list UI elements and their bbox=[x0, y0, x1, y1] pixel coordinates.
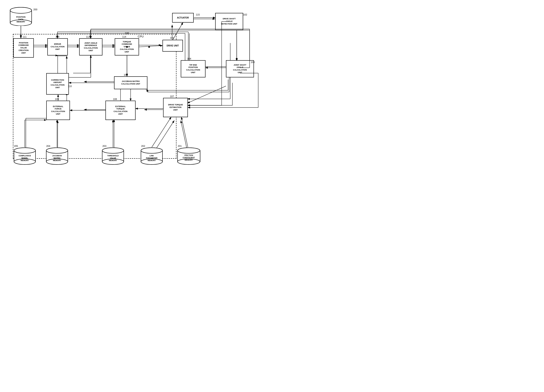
svg-text:THRESHOLD: THRESHOLD bbox=[107, 155, 119, 157]
threshold-memory: THRESHOLD VALUE MEMORY bbox=[101, 147, 125, 166]
cpu-label: CPU bbox=[138, 35, 143, 38]
correction-amount-unit: CORRECTION AMOUNT CALCULATION UNIT bbox=[46, 73, 69, 95]
svg-text:PARAMETER: PARAMETER bbox=[146, 157, 157, 159]
ref-101: 101 bbox=[170, 37, 174, 39]
ref-109: 109 bbox=[55, 98, 59, 100]
svg-text:MEMORY: MEMORY bbox=[109, 159, 117, 161]
ref-204: 204 bbox=[46, 145, 50, 147]
svg-text:POSITION: POSITION bbox=[16, 16, 25, 18]
svg-point-59 bbox=[14, 148, 35, 153]
ref-115: 115 bbox=[196, 13, 200, 16]
svg-text:FRICTION: FRICTION bbox=[184, 154, 193, 156]
ref-107: 107 bbox=[170, 95, 174, 98]
ref-205: 205 bbox=[14, 145, 18, 147]
external-torque-unit: EXTERNAL TORQUE CALCULATION UNIT bbox=[106, 101, 136, 120]
drive-torque-unit: DRIVE TORQUE ESTIMATION UNIT bbox=[163, 98, 188, 117]
svg-text:MEMORY: MEMORY bbox=[185, 159, 193, 161]
svg-text:COEFFICIENT: COEFFICIENT bbox=[183, 156, 195, 159]
ref-202: 202 bbox=[141, 145, 145, 147]
ref-110: 110 bbox=[68, 85, 72, 87]
ref-114: 114 bbox=[122, 35, 126, 38]
svg-line-33 bbox=[187, 86, 226, 103]
svg-text:MODEL: MODEL bbox=[22, 157, 28, 159]
friction-coeff-memory: FRICTION COEFFICIENT MEMORY bbox=[177, 147, 201, 166]
svg-text:LINK: LINK bbox=[150, 155, 154, 157]
svg-text:MEMORY: MEMORY bbox=[17, 21, 25, 23]
ref-102: 102 bbox=[243, 13, 247, 16]
ref-201: 201 bbox=[178, 145, 182, 147]
error-calc-unit: ERROR CALCULATION UNIT bbox=[47, 38, 68, 56]
tip-end-pos-unit: TIP END POSITION CALCULATION UNIT bbox=[181, 60, 206, 77]
position-data-memory: POSITION DATA MEMORY bbox=[9, 6, 33, 26]
ref-105: 105 bbox=[124, 74, 128, 76]
jacobian-matrix-calc-unit: JACOBIAN MATRIX CALCULATION UNIT bbox=[114, 76, 148, 89]
compliance-model-memory: COMPLIANCE MODEL MEMORY bbox=[13, 147, 37, 166]
ref-111: 111 bbox=[23, 35, 26, 38]
ref-100: 100 bbox=[125, 32, 129, 35]
svg-text:COMPLIANCE: COMPLIANCE bbox=[18, 155, 31, 157]
torque-command-unit: TORQUE COMMAND VALUE CALCULATION UNIT bbox=[115, 38, 139, 56]
svg-text:MEMORY: MEMORY bbox=[53, 159, 61, 161]
ref-203: 203 bbox=[102, 145, 106, 147]
svg-text:MEMORY: MEMORY bbox=[148, 159, 156, 161]
diagram-container: CPU 100 POSITION DATA MEMORY 200 POSITIO… bbox=[0, 0, 272, 196]
svg-point-68 bbox=[46, 148, 68, 153]
joint-angle-diff-unit: JOINT ANGLE DIFFERENCE CALCULATION UNIT bbox=[79, 38, 102, 56]
svg-line-140 bbox=[181, 117, 188, 147]
link-parameter-memory: LINK PARAMETER MEMORY bbox=[140, 147, 164, 166]
position-command-unit: POSITION COMMAND VALUE CREATION UNIT bbox=[13, 38, 34, 58]
ref-112: 112 bbox=[55, 35, 59, 38]
svg-line-43 bbox=[181, 121, 187, 150]
svg-text:VALUE: VALUE bbox=[110, 157, 116, 159]
drive-shaft-unit: DRIVE SHAFT ANGLE DETECTION UNIT bbox=[215, 13, 243, 30]
actuator: ACTUATOR bbox=[172, 13, 194, 23]
jacobian-matrix-memory: JACOBIAN MATRIX MEMORY bbox=[45, 147, 69, 166]
svg-point-50 bbox=[10, 7, 32, 13]
ref-200: 200 bbox=[33, 8, 37, 11]
ref-113: 113 bbox=[86, 35, 90, 38]
external-force-unit: EXTERNAL FORCE CALCULATION UNIT bbox=[46, 101, 70, 120]
svg-text:MEMORY: MEMORY bbox=[21, 159, 29, 161]
joint-shaft-unit: JOINT SHAFT ANGLE CALCULATION UNIT bbox=[226, 60, 254, 77]
svg-text:MATRIX: MATRIX bbox=[53, 157, 60, 159]
ref-104: 104 bbox=[187, 58, 191, 60]
svg-point-95 bbox=[177, 148, 200, 153]
ref-103: 103 bbox=[251, 61, 254, 63]
svg-text:JACOBIAN: JACOBIAN bbox=[52, 155, 62, 157]
ref-108: 108 bbox=[113, 98, 117, 100]
svg-text:DATA: DATA bbox=[18, 18, 24, 20]
svg-point-77 bbox=[102, 148, 124, 153]
svg-point-86 bbox=[141, 148, 162, 153]
drive-unit: DRIVE UNIT bbox=[162, 40, 183, 52]
